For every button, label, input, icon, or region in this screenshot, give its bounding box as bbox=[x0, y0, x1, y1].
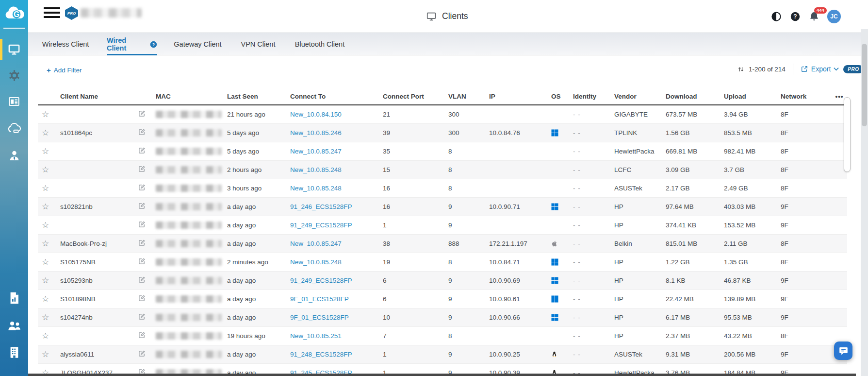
connect-to-link[interactable]: New_10.0.85.247 bbox=[290, 240, 342, 247]
favorite-star-icon[interactable]: ☆ bbox=[42, 331, 49, 341]
tab-help-icon[interactable]: ? bbox=[150, 41, 157, 48]
favorite-star-icon[interactable]: ☆ bbox=[42, 147, 49, 156]
column-header-connect-to[interactable]: Connect To bbox=[287, 88, 380, 105]
help-button[interactable]: ? bbox=[789, 11, 801, 22]
export-button[interactable]: Export bbox=[801, 65, 839, 73]
tab-vpn-client[interactable]: VPN Client bbox=[240, 33, 277, 55]
favorite-star-icon[interactable]: ☆ bbox=[42, 128, 49, 137]
edit-name-icon[interactable] bbox=[138, 147, 146, 155]
connect-to-link[interactable]: 91_249_ECS1528FP bbox=[290, 222, 352, 229]
connect-to-link[interactable]: New_10.0.85.248 bbox=[290, 166, 342, 173]
connect-to-link[interactable]: 91_249_ECS1528FP bbox=[290, 277, 352, 284]
user-avatar[interactable]: JC bbox=[827, 10, 841, 23]
edit-name-icon[interactable] bbox=[138, 221, 146, 229]
os-cell bbox=[548, 253, 570, 271]
last-seen-cell: 2 hours ago bbox=[224, 160, 287, 179]
tab-wired-client[interactable]: Wired Client ? bbox=[107, 33, 157, 55]
connect-to-link[interactable]: New_10.0.85.248 bbox=[290, 185, 342, 192]
client-name-cell: alyssia0611 bbox=[57, 345, 137, 363]
edit-name-icon[interactable] bbox=[138, 276, 146, 285]
sidebar-item-settings[interactable] bbox=[0, 65, 28, 86]
window-scrollbar-thumb[interactable] bbox=[862, 44, 867, 126]
column-header-vlan[interactable]: VLAN bbox=[445, 88, 486, 105]
chat-launcher-button[interactable] bbox=[834, 342, 852, 360]
sidebar-item-organization[interactable] bbox=[0, 342, 28, 363]
column-header-download[interactable]: Download bbox=[663, 88, 721, 105]
connect-to-link[interactable]: 91_248_ECS1528FP bbox=[290, 351, 352, 358]
tab-gateway-client[interactable]: Gateway Client bbox=[173, 33, 222, 55]
edit-name-icon[interactable] bbox=[138, 350, 146, 359]
favorite-star-icon[interactable]: ☆ bbox=[42, 294, 49, 304]
os-cell bbox=[548, 105, 570, 123]
ip-cell: 10.0.90.25 bbox=[486, 345, 548, 363]
client-type-tabs: Wireless Client Wired Client ? Gateway C… bbox=[28, 33, 868, 55]
edit-name-icon[interactable] bbox=[138, 128, 146, 137]
edit-name-icon[interactable] bbox=[138, 331, 146, 340]
sort-arrows-icon[interactable] bbox=[737, 66, 744, 73]
notifications-button[interactable]: 444 bbox=[808, 11, 820, 22]
column-header-ip[interactable]: IP bbox=[486, 88, 548, 105]
edit-name-icon[interactable] bbox=[138, 294, 146, 303]
favorite-star-icon[interactable]: ☆ bbox=[42, 350, 49, 359]
favorite-star-icon[interactable]: ☆ bbox=[42, 202, 49, 211]
tab-bluetooth-client[interactable]: Bluetooth Client bbox=[293, 33, 346, 55]
brand-logo[interactable]: G bbox=[0, 0, 28, 27]
sidebar-item-reports[interactable] bbox=[0, 91, 28, 112]
identity-cell: - - bbox=[570, 197, 611, 216]
network-cell: 8F bbox=[778, 326, 832, 345]
table-scrollbar-thumb[interactable] bbox=[844, 97, 851, 172]
column-header-identity[interactable]: Identity bbox=[570, 88, 611, 105]
column-header-upload[interactable]: Upload bbox=[721, 88, 778, 105]
site-name-redacted[interactable] bbox=[81, 8, 142, 17]
add-filter-button[interactable]: + Add Filter bbox=[47, 66, 82, 74]
sidebar-item-files[interactable] bbox=[0, 287, 28, 308]
favorite-star-icon[interactable]: ☆ bbox=[42, 276, 49, 285]
connect-to-link[interactable]: New_10.0.84.150 bbox=[290, 111, 342, 118]
edit-name-icon[interactable] bbox=[138, 313, 146, 322]
edit-name-icon[interactable] bbox=[138, 257, 146, 266]
window-scrollbar[interactable] bbox=[861, 29, 868, 376]
edit-name-icon[interactable] bbox=[138, 202, 146, 211]
vendor-cell: HP bbox=[611, 308, 663, 326]
edit-name-icon[interactable] bbox=[138, 165, 146, 174]
sidebar-item-account[interactable] bbox=[0, 145, 28, 166]
connect-to-link[interactable]: New_10.0.85.248 bbox=[290, 258, 342, 266]
mac-address-redacted bbox=[156, 203, 222, 210]
connect-to-link[interactable]: 9F_01_ECS1528FP bbox=[290, 314, 349, 321]
favorite-star-icon[interactable]: ☆ bbox=[42, 110, 49, 119]
column-header-mac[interactable]: MAC bbox=[153, 88, 224, 105]
favorite-star-icon[interactable]: ☆ bbox=[42, 257, 49, 267]
favorite-star-icon[interactable]: ☆ bbox=[42, 221, 49, 230]
vlan-cell: 9 bbox=[445, 290, 486, 308]
column-header-client-name[interactable]: Client Name bbox=[57, 88, 137, 105]
connect-to-link[interactable]: New_10.0.85.247 bbox=[290, 148, 342, 155]
os-cell bbox=[548, 271, 570, 290]
column-header-connect-port[interactable]: Connect Port bbox=[380, 88, 445, 105]
edit-name-icon[interactable] bbox=[138, 110, 146, 119]
connect-to-link[interactable]: 9F_01_ECS1528FP bbox=[290, 295, 349, 303]
vendor-cell: ASUSTek bbox=[611, 345, 663, 363]
vendor-cell: ASUSTek bbox=[611, 179, 663, 197]
favorite-star-icon[interactable]: ☆ bbox=[42, 239, 49, 248]
hamburger-menu-icon[interactable] bbox=[44, 7, 60, 20]
favorite-star-icon[interactable]: ☆ bbox=[42, 313, 49, 322]
theme-contrast-button[interactable] bbox=[770, 11, 782, 22]
sidebar-item-devices[interactable] bbox=[0, 118, 28, 139]
column-header-os[interactable]: OS bbox=[548, 88, 570, 105]
column-header-network[interactable]: Network bbox=[778, 88, 832, 105]
column-header-last-seen[interactable]: Last Seen bbox=[224, 88, 287, 105]
favorite-star-icon[interactable]: ☆ bbox=[42, 184, 49, 193]
column-header-vendor[interactable]: Vendor bbox=[611, 88, 663, 105]
favorite-star-icon[interactable]: ☆ bbox=[42, 165, 49, 174]
sidebar-item-clients[interactable] bbox=[0, 39, 28, 60]
last-seen-cell: a day ago bbox=[224, 345, 287, 363]
connect-to-link[interactable]: New_10.0.85.251 bbox=[290, 332, 342, 340]
tab-wireless-client[interactable]: Wireless Client bbox=[40, 33, 91, 55]
horizontal-scrollbar[interactable] bbox=[28, 374, 856, 376]
connect-to-link[interactable]: New_10.0.85.246 bbox=[290, 129, 342, 137]
sidebar-item-users[interactable] bbox=[0, 315, 28, 336]
edit-name-icon[interactable] bbox=[138, 184, 146, 192]
table-row: ☆s104274nba day ago9F_01_ECS1528FP10910.… bbox=[38, 308, 847, 326]
edit-name-icon[interactable] bbox=[138, 239, 146, 248]
connect-to-link[interactable]: 91_246_ECS1528FP bbox=[290, 203, 352, 210]
